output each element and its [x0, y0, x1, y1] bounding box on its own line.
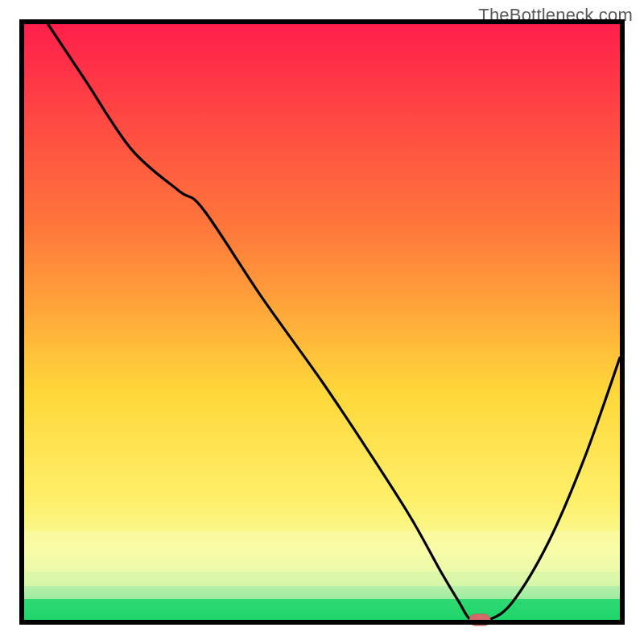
plot-area [24, 24, 620, 625]
background-gradient [24, 24, 620, 620]
band-1 [24, 531, 620, 555]
band-2 [24, 555, 620, 572]
chart-canvas: TheBottleneck.com [0, 0, 644, 644]
band-4 [24, 586, 620, 599]
chart-svg [0, 0, 644, 644]
band-green [24, 599, 620, 620]
